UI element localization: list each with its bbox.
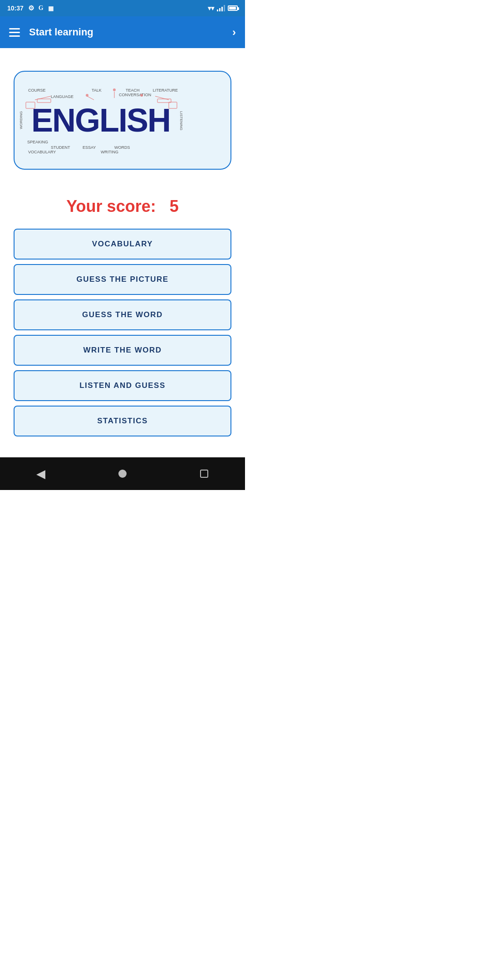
- score-section: Your score: 5: [66, 197, 178, 216]
- main-content: COURSE LANGUAGE TALK TEACH CONVERSATION …: [0, 48, 245, 457]
- listen-and-guess-button[interactable]: LISTEN AND GUESS: [14, 370, 231, 401]
- word-art-container: COURSE LANGUAGE TALK TEACH CONVERSATION …: [24, 86, 178, 154]
- english-main-text: ENGLISH: [31, 104, 170, 137]
- vocabulary-button[interactable]: VOCABULARY: [14, 229, 231, 260]
- wifi-icon: ▾▾: [208, 5, 214, 12]
- write-the-word-button[interactable]: WRITE THE WORD: [14, 335, 231, 366]
- floating-word: STUDENT: [51, 145, 70, 150]
- recents-icon: [200, 470, 208, 478]
- floating-word: WORDS: [114, 145, 130, 150]
- app-bar: Start learning ›: [0, 16, 245, 48]
- score-value: 5: [170, 197, 179, 216]
- banner-content: COURSE LANGUAGE TALK TEACH CONVERSATION …: [24, 86, 221, 154]
- menu-buttons-list: VOCABULARY GUESS THE PICTURE GUESS THE W…: [14, 229, 231, 441]
- sim-icon: ▦: [48, 5, 54, 12]
- signal-icon: [217, 5, 225, 11]
- gear-icon: ⚙: [28, 4, 34, 12]
- guess-the-picture-button[interactable]: GUESS THE PICTURE: [14, 264, 231, 295]
- page-title: Start learning: [29, 26, 232, 38]
- floating-word: WRITING: [101, 150, 118, 154]
- floating-word: WORDING: [19, 111, 23, 129]
- guess-the-word-button[interactable]: GUESS THE WORD: [14, 299, 231, 330]
- back-icon: ◀: [36, 467, 45, 481]
- score-label: Your score:: [66, 197, 156, 216]
- floating-word: LANGUAGE: [51, 94, 74, 99]
- floating-word: TEACH: [126, 88, 140, 93]
- floating-word: CONVERSATION: [119, 93, 151, 97]
- home-button[interactable]: [109, 460, 136, 487]
- statistics-button[interactable]: STATISTICS: [14, 406, 231, 436]
- status-bar: 10:37 ⚙ G ▦ ▾▾: [0, 0, 245, 16]
- back-button[interactable]: ◀: [27, 460, 54, 487]
- score-display: Your score: 5: [66, 197, 178, 216]
- svg-point-4: [86, 94, 88, 97]
- floating-word: ESSAY: [83, 145, 96, 150]
- forward-arrow-icon[interactable]: ›: [232, 26, 236, 39]
- battery-icon: [228, 5, 238, 11]
- status-time: 10:37: [7, 5, 24, 12]
- floating-word: LITERATURE: [153, 88, 178, 93]
- home-icon: [118, 470, 127, 478]
- english-banner-card: COURSE LANGUAGE TALK TEACH CONVERSATION …: [14, 71, 231, 170]
- status-bar-left: 10:37 ⚙ G ▦: [7, 4, 54, 12]
- svg-line-7: [35, 96, 51, 100]
- svg-line-8: [155, 96, 169, 100]
- google-icon: G: [39, 5, 44, 12]
- floating-word: SPEAKING: [27, 140, 48, 144]
- svg-line-9: [87, 96, 94, 100]
- status-bar-right: ▾▾: [208, 5, 238, 12]
- floating-word: VOCABULARY: [28, 150, 56, 154]
- bottom-nav: ◀: [0, 457, 245, 490]
- floating-word: TALK: [92, 88, 102, 93]
- hamburger-menu-button[interactable]: [9, 28, 20, 37]
- svg-point-5: [113, 88, 116, 91]
- floating-word: COURSE: [28, 88, 46, 93]
- recents-button[interactable]: [191, 460, 218, 487]
- floating-word: LISTENING: [179, 111, 183, 130]
